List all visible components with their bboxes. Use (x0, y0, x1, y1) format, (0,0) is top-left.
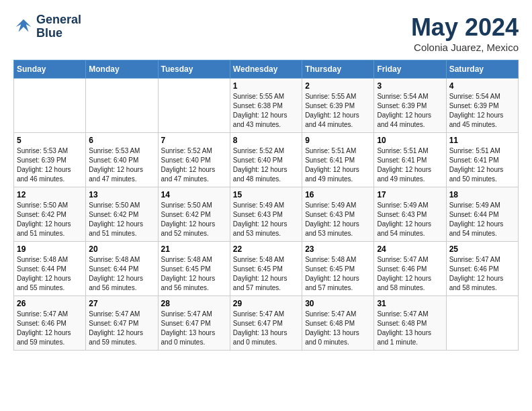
title-block: May 2024 Colonia Juarez, Mexico (411, 13, 519, 53)
calendar-cell: 26Sunrise: 5:47 AM Sunset: 6:46 PM Dayli… (14, 296, 86, 351)
day-number: 14 (161, 190, 227, 199)
day-number: 16 (305, 190, 371, 199)
day-info: Sunrise: 5:47 AM Sunset: 6:48 PM Dayligh… (377, 310, 443, 347)
logo-bird-icon (13, 17, 34, 37)
calendar-cell: 14Sunrise: 5:50 AM Sunset: 6:42 PM Dayli… (158, 187, 230, 242)
day-number: 19 (17, 244, 83, 254)
calendar-cell: 6Sunrise: 5:53 AM Sunset: 6:40 PM Daylig… (86, 133, 158, 187)
day-info: Sunrise: 5:51 AM Sunset: 6:41 PM Dayligh… (305, 146, 371, 184)
day-number: 21 (161, 244, 227, 254)
calendar-cell: 25Sunrise: 5:47 AM Sunset: 6:46 PM Dayli… (446, 242, 518, 296)
day-number: 24 (377, 244, 443, 254)
day-info: Sunrise: 5:48 AM Sunset: 6:45 PM Dayligh… (305, 255, 371, 293)
day-number: 17 (377, 190, 443, 199)
calendar-week-5: 26Sunrise: 5:47 AM Sunset: 6:46 PM Dayli… (14, 296, 519, 351)
day-number: 2 (305, 81, 371, 91)
day-number: 9 (305, 136, 371, 145)
day-info: Sunrise: 5:49 AM Sunset: 6:44 PM Dayligh… (449, 201, 515, 238)
weekday-header-wednesday: Wednesday (230, 60, 302, 79)
day-number: 29 (233, 299, 299, 308)
calendar-cell: 28Sunrise: 5:47 AM Sunset: 6:47 PM Dayli… (158, 296, 230, 351)
day-info: Sunrise: 5:49 AM Sunset: 6:43 PM Dayligh… (233, 201, 299, 238)
day-info: Sunrise: 5:54 AM Sunset: 6:39 PM Dayligh… (449, 92, 515, 130)
calendar-cell: 22Sunrise: 5:48 AM Sunset: 6:45 PM Dayli… (230, 242, 302, 296)
calendar-week-4: 19Sunrise: 5:48 AM Sunset: 6:44 PM Dayli… (14, 242, 519, 296)
day-number: 22 (233, 244, 299, 254)
day-info: Sunrise: 5:49 AM Sunset: 6:43 PM Dayligh… (305, 201, 371, 238)
day-info: Sunrise: 5:50 AM Sunset: 6:42 PM Dayligh… (161, 201, 227, 238)
day-info: Sunrise: 5:50 AM Sunset: 6:42 PM Dayligh… (89, 201, 154, 238)
calendar-cell: 27Sunrise: 5:47 AM Sunset: 6:47 PM Dayli… (86, 296, 158, 351)
day-number: 10 (377, 136, 443, 145)
day-number: 27 (89, 299, 154, 308)
weekday-header-saturday: Saturday (446, 60, 518, 79)
day-info: Sunrise: 5:48 AM Sunset: 6:44 PM Dayligh… (89, 255, 154, 293)
calendar-cell: 29Sunrise: 5:47 AM Sunset: 6:47 PM Dayli… (230, 296, 302, 351)
calendar-cell: 23Sunrise: 5:48 AM Sunset: 6:45 PM Dayli… (302, 242, 374, 296)
day-info: Sunrise: 5:48 AM Sunset: 6:44 PM Dayligh… (17, 255, 83, 293)
day-info: Sunrise: 5:53 AM Sunset: 6:39 PM Dayligh… (17, 146, 83, 184)
day-number: 7 (161, 136, 227, 145)
calendar-cell: 8Sunrise: 5:52 AM Sunset: 6:40 PM Daylig… (230, 133, 302, 187)
calendar-table: SundayMondayTuesdayWednesdayThursdayFrid… (13, 60, 519, 351)
day-info: Sunrise: 5:51 AM Sunset: 6:41 PM Dayligh… (377, 146, 443, 184)
day-info: Sunrise: 5:47 AM Sunset: 6:46 PM Dayligh… (377, 255, 443, 293)
day-number: 20 (89, 244, 154, 254)
calendar-cell: 30Sunrise: 5:47 AM Sunset: 6:48 PM Dayli… (302, 296, 374, 351)
day-number: 5 (17, 136, 83, 145)
day-number: 25 (449, 244, 515, 254)
calendar-cell: 11Sunrise: 5:51 AM Sunset: 6:41 PM Dayli… (446, 133, 518, 187)
day-number: 28 (161, 299, 227, 308)
day-number: 23 (305, 244, 371, 254)
day-info: Sunrise: 5:51 AM Sunset: 6:41 PM Dayligh… (449, 146, 515, 184)
day-number: 26 (17, 299, 83, 308)
day-info: Sunrise: 5:47 AM Sunset: 6:48 PM Dayligh… (305, 310, 371, 347)
calendar-header: SundayMondayTuesdayWednesdayThursdayFrid… (14, 60, 519, 79)
calendar-cell: 2Sunrise: 5:55 AM Sunset: 6:39 PM Daylig… (302, 79, 374, 133)
day-number: 3 (377, 81, 443, 91)
calendar-cell: 9Sunrise: 5:51 AM Sunset: 6:41 PM Daylig… (302, 133, 374, 187)
day-info: Sunrise: 5:53 AM Sunset: 6:40 PM Dayligh… (89, 146, 154, 184)
weekday-header-friday: Friday (374, 60, 446, 79)
calendar-cell: 17Sunrise: 5:49 AM Sunset: 6:43 PM Dayli… (374, 187, 446, 242)
weekday-header-sunday: Sunday (14, 60, 86, 79)
calendar-cell: 5Sunrise: 5:53 AM Sunset: 6:39 PM Daylig… (14, 133, 86, 187)
calendar-cell: 3Sunrise: 5:54 AM Sunset: 6:39 PM Daylig… (374, 79, 446, 133)
calendar-cell: 21Sunrise: 5:48 AM Sunset: 6:45 PM Dayli… (158, 242, 230, 296)
calendar-cell: 4Sunrise: 5:54 AM Sunset: 6:39 PM Daylig… (446, 79, 518, 133)
calendar-cell: 31Sunrise: 5:47 AM Sunset: 6:48 PM Dayli… (374, 296, 446, 351)
calendar-cell: 16Sunrise: 5:49 AM Sunset: 6:43 PM Dayli… (302, 187, 374, 242)
day-info: Sunrise: 5:47 AM Sunset: 6:47 PM Dayligh… (89, 310, 154, 347)
day-info: Sunrise: 5:47 AM Sunset: 6:46 PM Dayligh… (17, 310, 83, 347)
calendar-cell: 12Sunrise: 5:50 AM Sunset: 6:42 PM Dayli… (14, 187, 86, 242)
day-info: Sunrise: 5:52 AM Sunset: 6:40 PM Dayligh… (233, 146, 299, 184)
calendar-cell: 24Sunrise: 5:47 AM Sunset: 6:46 PM Dayli… (374, 242, 446, 296)
calendar-week-1: 1Sunrise: 5:55 AM Sunset: 6:38 PM Daylig… (14, 79, 519, 133)
day-info: Sunrise: 5:54 AM Sunset: 6:39 PM Dayligh… (377, 92, 443, 130)
logo: General Blue (13, 13, 81, 40)
calendar-cell (158, 79, 230, 133)
day-info: Sunrise: 5:47 AM Sunset: 6:47 PM Dayligh… (233, 310, 299, 347)
day-info: Sunrise: 5:52 AM Sunset: 6:40 PM Dayligh… (161, 146, 227, 184)
day-info: Sunrise: 5:48 AM Sunset: 6:45 PM Dayligh… (161, 255, 227, 293)
calendar-cell (446, 296, 518, 351)
day-number: 12 (17, 190, 83, 199)
day-info: Sunrise: 5:47 AM Sunset: 6:47 PM Dayligh… (161, 310, 227, 347)
calendar-cell (14, 79, 86, 133)
calendar-cell: 10Sunrise: 5:51 AM Sunset: 6:41 PM Dayli… (374, 133, 446, 187)
day-number: 31 (377, 299, 443, 308)
day-number: 13 (89, 190, 154, 199)
day-info: Sunrise: 5:49 AM Sunset: 6:43 PM Dayligh… (377, 201, 443, 238)
calendar-cell: 13Sunrise: 5:50 AM Sunset: 6:42 PM Dayli… (86, 187, 158, 242)
weekday-header-thursday: Thursday (302, 60, 374, 79)
weekday-header-monday: Monday (86, 60, 158, 79)
day-info: Sunrise: 5:48 AM Sunset: 6:45 PM Dayligh… (233, 255, 299, 293)
day-info: Sunrise: 5:50 AM Sunset: 6:42 PM Dayligh… (17, 201, 83, 238)
calendar-cell: 20Sunrise: 5:48 AM Sunset: 6:44 PM Dayli… (86, 242, 158, 296)
day-info: Sunrise: 5:47 AM Sunset: 6:46 PM Dayligh… (449, 255, 515, 293)
day-number: 1 (233, 81, 299, 91)
day-number: 6 (89, 136, 154, 145)
calendar-cell: 1Sunrise: 5:55 AM Sunset: 6:38 PM Daylig… (230, 79, 302, 133)
day-number: 11 (449, 136, 515, 145)
weekday-header-tuesday: Tuesday (158, 60, 230, 79)
